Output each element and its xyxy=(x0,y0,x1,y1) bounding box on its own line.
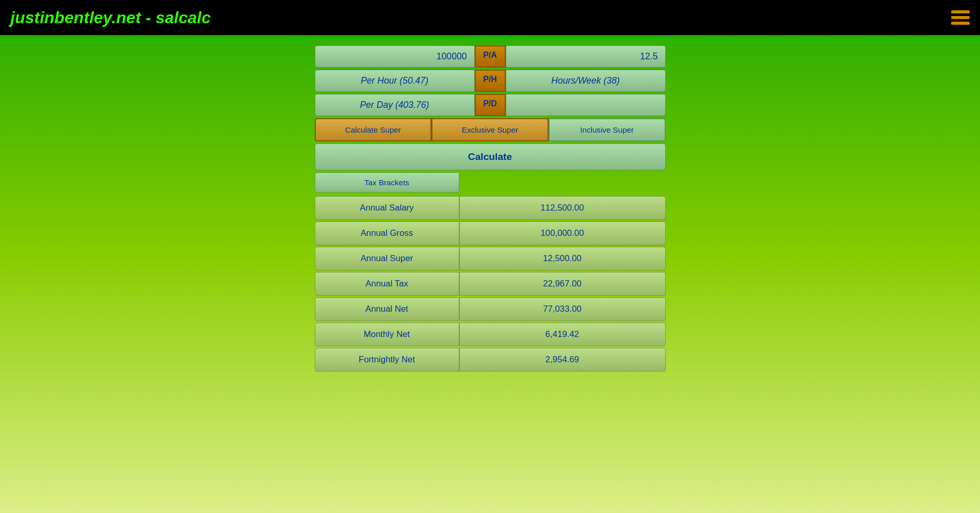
annual-salary-value: 112,500.00 xyxy=(459,196,666,220)
monthly-net-label: Monthly Net xyxy=(315,323,459,346)
tax-brackets-button[interactable]: Tax Brackets xyxy=(315,172,459,193)
hours-week-label: Hours/Week (38) xyxy=(506,70,666,92)
exclusive-super-button[interactable]: Exclusive Super xyxy=(431,118,549,141)
hamburger-line-3 xyxy=(951,22,970,25)
annual-salary-label: Annual Salary xyxy=(315,196,459,220)
annual-gross-value: 100,000.00 xyxy=(459,221,666,245)
fortnightly-net-row: Fortnightly Net 2,954.69 xyxy=(315,348,666,372)
per-day-right xyxy=(506,94,666,116)
per-day-row: Per Day (403.76) P/D xyxy=(315,94,666,116)
fortnightly-net-label: Fortnightly Net xyxy=(315,348,459,372)
monthly-net-row: Monthly Net 6,419.42 xyxy=(315,323,666,346)
results-table: Annual Salary 112,500.00 Annual Gross 10… xyxy=(315,195,666,373)
annual-tax-row: Annual Tax 22,967.00 xyxy=(315,272,666,296)
annual-super-row: Annual Super 12,500.00 xyxy=(315,247,666,270)
calculator-container: P/A Per Hour (50.47) P/H Hours/Week (38)… xyxy=(315,40,666,373)
super-rate-input[interactable] xyxy=(506,45,666,68)
salary-row: P/A xyxy=(315,45,666,68)
tax-brackets-spacer xyxy=(459,172,666,193)
annual-net-row: Annual Net 77,033.00 xyxy=(315,297,666,321)
menu-button[interactable] xyxy=(951,10,970,25)
calculate-super-button[interactable]: Calculate Super xyxy=(315,118,432,141)
annual-net-label: Annual Net xyxy=(315,297,459,321)
header: justinbentley.net - salcalc xyxy=(0,0,980,37)
salary-input[interactable] xyxy=(315,45,475,68)
monthly-net-value: 6,419.42 xyxy=(459,323,666,346)
hamburger-line-2 xyxy=(951,16,970,19)
fortnightly-net-value: 2,954.69 xyxy=(459,348,666,372)
super-buttons-row: Calculate Super Exclusive Super Inclusiv… xyxy=(315,118,666,141)
annual-tax-value: 22,967.00 xyxy=(459,272,666,296)
annual-super-value: 12,500.00 xyxy=(459,247,666,270)
per-day-label: Per Day (403.76) xyxy=(315,94,475,116)
calculate-button[interactable]: Calculate xyxy=(315,143,666,170)
annual-tax-label: Annual Tax xyxy=(315,272,459,296)
hamburger-line-1 xyxy=(951,10,970,13)
tax-brackets-row: Tax Brackets xyxy=(315,172,666,193)
per-hour-unit-button[interactable]: P/H xyxy=(475,70,506,92)
site-title: justinbentley.net - salcalc xyxy=(10,8,211,27)
annual-gross-row: Annual Gross 100,000.00 xyxy=(315,221,666,245)
per-hour-row: Per Hour (50.47) P/H Hours/Week (38) xyxy=(315,70,666,92)
annual-salary-row: Annual Salary 112,500.00 xyxy=(315,196,666,220)
per-day-unit-button[interactable]: P/D xyxy=(475,94,506,116)
annual-gross-label: Annual Gross xyxy=(315,221,459,245)
per-hour-label: Per Hour (50.47) xyxy=(315,70,475,92)
inclusive-super-button[interactable]: Inclusive Super xyxy=(549,118,666,141)
annual-net-value: 77,033.00 xyxy=(459,297,666,321)
salary-unit-button[interactable]: P/A xyxy=(475,45,506,68)
annual-super-label: Annual Super xyxy=(315,247,459,270)
